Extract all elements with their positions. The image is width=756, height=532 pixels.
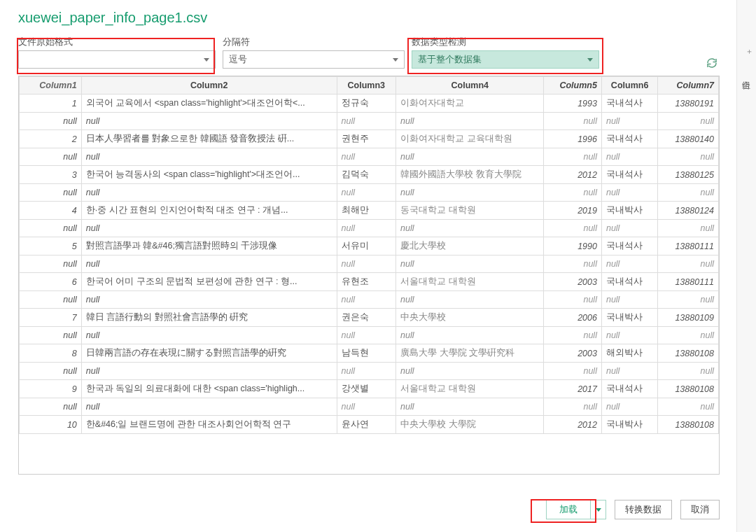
cell: 1996 <box>544 130 601 148</box>
datatype-combo[interactable]: 基于整个数据集 <box>412 50 599 69</box>
cell: 13880108 <box>658 416 719 434</box>
cell: null <box>601 291 657 309</box>
cell: 13880140 <box>658 130 719 148</box>
cell: 4 <box>20 202 82 220</box>
cell: 韓日 言語行動의 對照社會言語學的 硏究 <box>81 309 337 327</box>
cell: null <box>601 363 657 380</box>
table-row[interactable]: 9한국과 독일의 의료대화에 대한 <span class='highligh.… <box>20 380 719 398</box>
cell: null <box>396 113 544 130</box>
table-row[interactable]: 2日本人學習者를 對象으로한 韓國語 發音敎授法 硏...권현주이화여자대학교 … <box>20 130 719 148</box>
col-header[interactable]: Column5 <box>544 77 601 94</box>
cell: null <box>337 291 396 309</box>
col-header[interactable]: Column7 <box>658 77 719 94</box>
cell: null <box>337 255 396 273</box>
col-header[interactable]: Column6 <box>601 77 657 94</box>
cell: null <box>396 255 544 273</box>
cell: 한국과 독일의 의료대화에 대한 <span class='highligh..… <box>81 380 337 398</box>
cell: null <box>658 255 719 273</box>
options-row: 文件原始格式 分隔符 逗号 数据类型检测 基于整个数据集 <box>18 36 720 69</box>
cell: 1 <box>20 94 82 113</box>
cell: 2006 <box>544 309 601 327</box>
cell: 남득현 <box>337 344 396 363</box>
load-button[interactable]: 加载 <box>546 500 591 519</box>
table-row[interactable]: 5對照言語學과 韓&#46;獨言語對照時의 干涉現像서유미慶北大學校1990국내… <box>20 237 719 255</box>
cell: null <box>601 148 657 166</box>
cell: 13880111 <box>658 273 719 291</box>
cell: null <box>658 398 719 416</box>
delimiter-group: 分隔符 逗号 <box>223 36 405 69</box>
cell: 서울대학교 대학원 <box>396 273 544 291</box>
delimiter-combo[interactable]: 逗号 <box>223 50 405 69</box>
cell: 권현주 <box>337 130 396 148</box>
chevron-down-icon <box>393 58 398 62</box>
table-row[interactable]: nullnullnullnullnullnullnull <box>20 184 719 202</box>
cell: 2003 <box>544 344 601 363</box>
cell: null <box>658 113 719 130</box>
cell: 9 <box>20 380 82 398</box>
cell: null <box>20 184 82 202</box>
table-row[interactable]: 7韓日 言語行動의 對照社會言語學的 硏究권은숙中央大學校2006국내박사138… <box>20 309 719 327</box>
cell: 8 <box>20 344 82 363</box>
table-row[interactable]: nullnullnullnullnullnullnull <box>20 220 719 237</box>
cell: null <box>544 291 601 309</box>
table-row[interactable]: nullnullnullnullnullnullnull <box>20 363 719 380</box>
cell: 동국대학교 대학원 <box>396 202 544 220</box>
cell: null <box>601 184 657 202</box>
table-row[interactable]: 4한·중 시간 표현의 인지언어학적 대조 연구 : 개념...최해만동국대학교… <box>20 202 719 220</box>
file-origin-label: 文件原始格式 <box>18 36 216 48</box>
table-row[interactable]: nullnullnullnullnullnullnull <box>20 291 719 309</box>
table-row[interactable]: nullnullnullnullnullnullnull <box>20 327 719 344</box>
cell: null <box>601 113 657 130</box>
table-row[interactable]: nullnullnullnullnullnullnull <box>20 398 719 416</box>
cell: null <box>396 291 544 309</box>
cell: 13880108 <box>658 344 719 363</box>
cell: null <box>658 363 719 380</box>
cell: 국내석사 <box>601 273 657 291</box>
cell: 국내석사 <box>601 94 657 113</box>
table-row[interactable]: 10한&#46;일 브랜드명에 관한 대조사회언어학적 연구윤사연中央大學校 大… <box>20 416 719 434</box>
cell: 韓國外國語大學校 敎育大學院 <box>396 166 544 184</box>
datatype-value: 基于整个数据集 <box>418 53 482 66</box>
cell: 慶北大學校 <box>396 237 544 255</box>
cell: 해외박사 <box>601 344 657 363</box>
cell: 10 <box>20 416 82 434</box>
cell: null <box>20 398 82 416</box>
cell: 2012 <box>544 166 601 184</box>
cell: null <box>396 363 544 380</box>
load-dropdown-button[interactable] <box>591 500 606 519</box>
col-header[interactable]: Column2 <box>81 77 337 94</box>
col-header[interactable]: Column1 <box>20 77 82 94</box>
cell: 2 <box>20 130 82 148</box>
cell: null <box>544 255 601 273</box>
cell: 13880109 <box>658 309 719 327</box>
transform-button[interactable]: 转换数据 <box>615 500 672 519</box>
table-row[interactable]: nullnullnullnullnullnullnull <box>20 113 719 130</box>
cell: null <box>20 255 82 273</box>
cell: null <box>20 113 82 130</box>
preview-grid[interactable]: Column1 Column2 Column3 Column4 Column5 … <box>18 76 720 475</box>
col-header[interactable]: Column4 <box>396 77 544 94</box>
cell: 강샛별 <box>337 380 396 398</box>
cell: null <box>396 220 544 237</box>
header-row: Column1 Column2 Column3 Column4 Column5 … <box>20 77 719 94</box>
table-row[interactable]: 6한국어 어미 구조의 문법적 보편성에 관한 연구 : 형...유현조서울대학… <box>20 273 719 291</box>
refresh-icon[interactable] <box>706 57 718 69</box>
cell: 日韓兩言語の存在表現に關する對照言語學的硏究 <box>81 344 337 363</box>
side-plus-icon: ＋ <box>746 46 753 57</box>
col-header[interactable]: Column3 <box>337 77 396 94</box>
table-row[interactable]: nullnullnullnullnullnullnull <box>20 255 719 273</box>
cell: 3 <box>20 166 82 184</box>
dialog-title: xuewei_paper_info_page1.csv <box>18 10 720 26</box>
cell: null <box>81 363 337 380</box>
table-row[interactable]: 3한국어 능격동사의 <span class='highlight'>대조언어.… <box>20 166 719 184</box>
cancel-button[interactable]: 取消 <box>680 500 720 519</box>
table-row[interactable]: 1외국어 교육에서 <span class='highlight'>대조언어학<… <box>20 94 719 113</box>
cell: 7 <box>20 309 82 327</box>
right-edge-strip: ＋ 组合 <box>736 0 756 532</box>
file-origin-combo[interactable] <box>18 50 216 69</box>
cell: 국내석사 <box>601 237 657 255</box>
table-row[interactable]: nullnullnullnullnullnullnull <box>20 148 719 166</box>
cell: null <box>337 184 396 202</box>
table-row[interactable]: 8日韓兩言語の存在表現に關する對照言語學的硏究남득현廣島大學 大學院 文學硏究科… <box>20 344 719 363</box>
csv-import-dialog: xuewei_paper_info_page1.csv 文件原始格式 分隔符 逗… <box>18 10 720 475</box>
